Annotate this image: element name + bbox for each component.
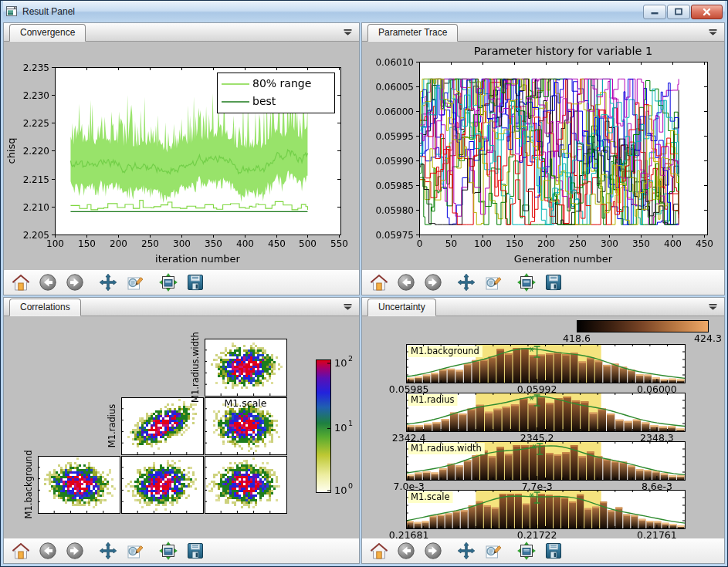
configure-subplots-icon xyxy=(159,542,178,560)
zoom-edit-icon xyxy=(484,542,503,559)
uncertainty-tabbar: Uncertainty xyxy=(362,298,724,316)
zoom-edit-icon xyxy=(126,542,144,559)
convergence-tabbar: Convergence xyxy=(4,23,359,42)
forward-icon xyxy=(66,274,83,291)
forward-icon xyxy=(425,542,442,559)
configure-subplots-button[interactable] xyxy=(157,541,178,562)
pan-icon xyxy=(99,273,117,292)
correlations-tabbar: Correlations xyxy=(4,298,359,316)
uncertainty-tab-dropdown chevron-down-icon[interactable] xyxy=(709,303,717,310)
correlations-tab-dropdown chevron-down-icon[interactable] xyxy=(344,303,352,310)
pan-button[interactable] xyxy=(97,272,118,293)
configure-subplots-button[interactable] xyxy=(516,541,537,562)
save-button[interactable] xyxy=(543,541,564,562)
save-button[interactable] xyxy=(185,272,205,293)
maximize-icon xyxy=(674,8,683,15)
trace-tab-dropdown chevron-down-icon[interactable] xyxy=(709,29,717,35)
back-icon xyxy=(39,274,56,291)
save-icon xyxy=(186,273,205,292)
minimize-icon xyxy=(650,8,659,15)
trace-plot-canvas[interactable] xyxy=(362,42,724,270)
pan-button[interactable] xyxy=(455,541,476,562)
uncertainty-figure xyxy=(362,316,724,538)
window-title: Result Panel xyxy=(22,6,75,17)
configure-subplots-icon xyxy=(517,273,536,292)
configure-subplots-button[interactable] xyxy=(157,272,178,293)
correlations-plot-canvas[interactable] xyxy=(4,316,359,538)
client-area: Convergence xyxy=(3,22,725,564)
back-button[interactable] xyxy=(37,541,58,562)
save-icon xyxy=(544,273,563,292)
trace-figure xyxy=(362,42,724,269)
zoom-edit-icon xyxy=(126,274,144,291)
convergence-tab-dropdown chevron-down-icon[interactable] xyxy=(344,29,352,35)
save-icon xyxy=(186,542,205,560)
pan-button[interactable] xyxy=(97,541,118,562)
zoom-edit-button[interactable] xyxy=(124,272,145,293)
trace-tabbar: Parameter Trace xyxy=(362,23,724,42)
forward-button[interactable] xyxy=(64,541,85,562)
configure-subplots-button[interactable] xyxy=(516,272,537,293)
zoom-edit-button[interactable] xyxy=(483,272,503,293)
back-button[interactable] xyxy=(37,272,58,293)
panel-parameter-trace: Parameter Trace xyxy=(361,22,725,295)
home-icon xyxy=(370,274,388,291)
correlations-toolbar xyxy=(4,538,359,563)
minimize-button[interactable] xyxy=(643,5,666,19)
back-icon xyxy=(398,542,415,559)
close-icon xyxy=(702,8,712,16)
tab-convergence[interactable]: Convergence xyxy=(9,24,86,42)
forward-icon xyxy=(425,274,442,291)
app-icon xyxy=(5,5,18,18)
back-icon xyxy=(39,542,56,559)
result-panel-window: Result Panel Convergence xyxy=(0,0,728,567)
pan-icon xyxy=(457,542,476,560)
close-button[interactable] xyxy=(691,5,723,19)
configure-subplots-icon xyxy=(517,542,536,560)
forward-icon xyxy=(66,542,83,559)
pan-button[interactable] xyxy=(455,272,476,293)
pan-icon xyxy=(99,542,117,560)
save-icon xyxy=(544,542,563,560)
uncertainty-plot-canvas[interactable] xyxy=(362,316,724,538)
zoom-edit-button[interactable] xyxy=(124,541,145,562)
home-icon xyxy=(370,542,388,559)
convergence-plot-canvas[interactable] xyxy=(4,42,359,270)
trace-toolbar xyxy=(362,269,724,295)
tab-uncertainty[interactable]: Uncertainty xyxy=(367,299,436,316)
forward-button[interactable] xyxy=(422,272,443,293)
home-icon xyxy=(12,274,30,291)
save-button[interactable] xyxy=(543,272,564,293)
uncertainty-toolbar xyxy=(362,538,724,563)
home-button[interactable] xyxy=(368,272,389,293)
panel-correlations: Correlations xyxy=(3,297,360,564)
zoom-edit-button[interactable] xyxy=(483,541,503,562)
back-icon xyxy=(398,274,415,291)
forward-button[interactable] xyxy=(422,541,443,562)
correlations-figure xyxy=(4,316,359,538)
convergence-toolbar xyxy=(4,269,359,295)
save-button[interactable] xyxy=(185,541,205,562)
forward-button[interactable] xyxy=(64,272,85,293)
home-button[interactable] xyxy=(368,541,389,562)
convergence-figure xyxy=(4,42,359,269)
back-button[interactable] xyxy=(395,541,416,562)
home-icon xyxy=(12,542,30,559)
configure-subplots-icon xyxy=(159,273,178,292)
zoom-edit-icon xyxy=(484,274,503,291)
maximize-button[interactable] xyxy=(667,5,690,19)
home-button[interactable] xyxy=(10,272,31,293)
pan-icon xyxy=(457,273,476,292)
panel-convergence: Convergence xyxy=(3,22,360,295)
titlebar[interactable]: Result Panel xyxy=(3,1,725,22)
panel-uncertainty: Uncertainty xyxy=(361,297,725,564)
tab-correlations[interactable]: Correlations xyxy=(9,299,81,316)
home-button[interactable] xyxy=(10,541,31,562)
back-button[interactable] xyxy=(395,272,416,293)
tab-parameter-trace[interactable]: Parameter Trace xyxy=(367,24,458,42)
